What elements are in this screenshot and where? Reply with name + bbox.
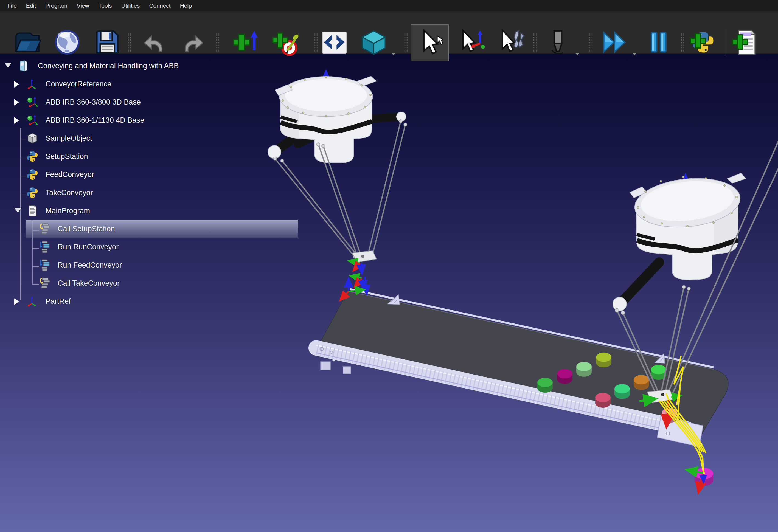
station-icon bbox=[17, 60, 30, 72]
tree-item-takeconveyor[interactable]: TakeConveyor bbox=[0, 184, 307, 202]
move-tool-button[interactable] bbox=[496, 26, 527, 59]
toolbar-drag-handle[interactable] bbox=[590, 33, 593, 52]
tree-item-label: PartRef bbox=[46, 292, 71, 310]
menu-item-help[interactable]: Help bbox=[175, 0, 197, 11]
menu-item-view[interactable]: View bbox=[72, 0, 94, 11]
tree-item-label: Conveying and Material Handling with ABB bbox=[38, 57, 179, 75]
save-station-button[interactable] bbox=[92, 26, 123, 59]
add-python-program-button[interactable] bbox=[688, 26, 718, 59]
run-icon bbox=[38, 241, 51, 253]
tree-item-sampleobject[interactable]: SampleObject bbox=[0, 129, 307, 147]
tree-item-label: ABB IRB 360-3/800 3D Base bbox=[46, 93, 141, 111]
tree-item-call-setupstation[interactable]: Call SetupStation bbox=[0, 220, 307, 238]
station-tree: Conveying and Material Handling with ABB… bbox=[0, 54, 316, 532]
frame-icon bbox=[26, 295, 38, 307]
menu-item-tools[interactable]: Tools bbox=[94, 0, 116, 11]
add-program-icon bbox=[731, 28, 759, 56]
tree-item-conveying-and-material-handling-with-abb[interactable]: Conveying and Material Handling with ABB bbox=[0, 57, 307, 75]
redo-button[interactable] bbox=[177, 26, 208, 59]
add-target-icon bbox=[271, 28, 299, 56]
toolbar-drag-handle[interactable] bbox=[534, 33, 537, 52]
python-icon bbox=[26, 150, 38, 162]
tree-item-setupstation[interactable]: SetupStation bbox=[0, 147, 307, 165]
python-icon bbox=[26, 187, 38, 199]
expand-arrow-icon[interactable] bbox=[14, 99, 19, 106]
menu-item-file[interactable]: File bbox=[3, 0, 21, 11]
tree-item-abb-irb-360-3-800-3d-base[interactable]: ABB IRB 360-3/800 3D Base bbox=[0, 93, 307, 111]
expand-arrow-icon[interactable] bbox=[14, 81, 19, 88]
add-program-button[interactable] bbox=[730, 26, 761, 59]
conveyor-part[interactable] bbox=[576, 362, 592, 377]
tree-item-feedconveyor[interactable]: FeedConveyor bbox=[0, 165, 307, 184]
open-icon bbox=[14, 28, 41, 56]
3d-viewport[interactable]: Conveying and Material Handling with ABB… bbox=[0, 54, 778, 532]
tree-item-label: MainProgram bbox=[46, 202, 90, 220]
open-button[interactable] bbox=[12, 26, 43, 59]
toolbar-drag-handle[interactable] bbox=[681, 33, 684, 52]
robot-icon bbox=[26, 114, 38, 126]
conveyor-part[interactable] bbox=[634, 375, 649, 390]
tree-item-conveyorreference[interactable]: ConveyorReference bbox=[0, 75, 307, 93]
undo-icon bbox=[141, 28, 169, 56]
select-cursor-button[interactable] bbox=[410, 24, 449, 62]
menu-bar: FileEditProgramViewToolsUtilitiesConnect… bbox=[0, 0, 778, 11]
check-collisions-dropdown-caret[interactable] bbox=[575, 53, 579, 56]
toolbar-drag-handle[interactable] bbox=[314, 33, 317, 52]
pause-simulation-button[interactable] bbox=[643, 26, 674, 59]
tree-item-partref[interactable]: PartRef bbox=[0, 292, 307, 310]
python-icon bbox=[26, 168, 38, 181]
toolbar-drag-handle[interactable] bbox=[128, 33, 131, 52]
tree-item-run-feedconveyor[interactable]: Run FeedConveyor bbox=[0, 256, 307, 274]
redo-icon bbox=[178, 28, 206, 56]
conveyor-part[interactable] bbox=[595, 393, 611, 408]
view-cube-button[interactable] bbox=[359, 26, 389, 59]
tree-item-label: ConveyorReference bbox=[46, 75, 111, 93]
conveyor-part[interactable] bbox=[614, 384, 630, 399]
check-collisions-button[interactable] bbox=[542, 26, 573, 59]
menu-item-utilities[interactable]: Utilities bbox=[116, 0, 145, 11]
call-icon bbox=[38, 223, 51, 235]
robodk-window: FileEditProgramViewToolsUtilitiesConnect… bbox=[0, 0, 778, 532]
robot-icon bbox=[26, 96, 38, 108]
open-online-library-icon bbox=[54, 28, 81, 56]
fast-simulation-button[interactable] bbox=[599, 26, 630, 59]
tree-item-label: FeedConveyor bbox=[46, 165, 94, 184]
pause-simulation-icon bbox=[645, 28, 672, 56]
menu-item-edit[interactable]: Edit bbox=[21, 0, 41, 11]
collapse-arrow-icon[interactable] bbox=[4, 63, 11, 68]
add-target-button[interactable] bbox=[269, 26, 300, 59]
frame-icon bbox=[26, 78, 38, 90]
move-reference-button[interactable] bbox=[457, 26, 487, 59]
expand-arrow-icon[interactable] bbox=[14, 298, 19, 305]
add-reference-frame-button[interactable] bbox=[230, 26, 260, 59]
fit-view-button[interactable] bbox=[319, 26, 349, 59]
view-cube-icon bbox=[360, 28, 387, 56]
conveyor-part[interactable] bbox=[557, 369, 572, 384]
toolbar-drag-handle[interactable] bbox=[404, 33, 407, 52]
run-icon bbox=[38, 259, 51, 271]
tree-item-mainprogram[interactable]: MainProgram bbox=[0, 202, 307, 220]
view-cube-dropdown-caret[interactable] bbox=[391, 53, 396, 56]
save-station-icon bbox=[93, 28, 121, 56]
fast-simulation-dropdown-caret[interactable] bbox=[632, 53, 637, 56]
add-python-program-icon bbox=[689, 28, 717, 56]
toolbar-drag-handle[interactable] bbox=[216, 33, 219, 52]
tree-item-call-takeconveyor[interactable]: Call TakeConveyor bbox=[0, 274, 307, 292]
open-online-library-button[interactable] bbox=[52, 26, 83, 59]
fast-simulation-icon bbox=[601, 28, 628, 56]
menu-item-connect[interactable]: Connect bbox=[144, 0, 175, 11]
collapse-arrow-icon[interactable] bbox=[14, 208, 21, 213]
conveyor-part[interactable] bbox=[537, 378, 553, 392]
tree-item-label: TakeConveyor bbox=[46, 184, 93, 202]
tree-item-run-runconveyor[interactable]: Run RunConveyor bbox=[0, 238, 307, 256]
check-collisions-icon bbox=[544, 28, 571, 56]
move-reference-icon bbox=[458, 28, 486, 56]
program-icon bbox=[26, 205, 38, 217]
undo-button[interactable] bbox=[140, 26, 170, 59]
menu-item-program[interactable]: Program bbox=[41, 0, 72, 11]
tree-item-label: Run FeedConveyor bbox=[58, 256, 122, 274]
conveyor-part[interactable] bbox=[596, 353, 611, 367]
tree-item-abb-irb-360-1-1130-4d-base[interactable]: ABB IRB 360-1/1130 4D Base bbox=[0, 111, 307, 129]
move-tool-icon bbox=[498, 28, 525, 56]
expand-arrow-icon[interactable] bbox=[14, 117, 19, 124]
